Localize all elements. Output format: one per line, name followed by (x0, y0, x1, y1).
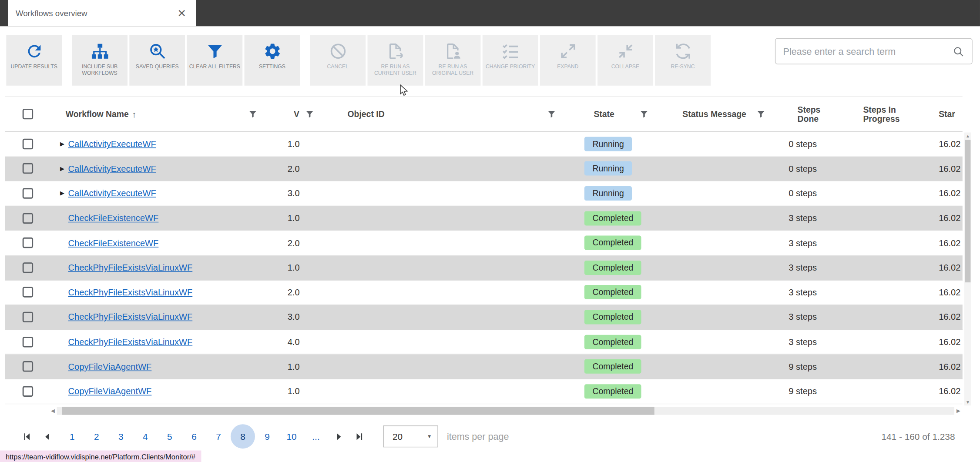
table-row[interactable]: ▶ CallActivityExecuteWF 3.0 Running 0 st… (5, 181, 962, 206)
page-button-...[interactable]: ... (304, 424, 328, 449)
row-checkbox[interactable] (23, 336, 33, 347)
page-button-3[interactable]: 3 (109, 424, 133, 449)
table-row[interactable]: ▶ CheckPhyFileExistsViaLinuxWF 4.0 Compl… (5, 330, 962, 355)
last-page-icon[interactable] (349, 426, 369, 447)
hierarchy-icon (91, 42, 109, 60)
workflow-name-link[interactable]: CopyFileViaAgentWF (68, 386, 152, 396)
row-checkbox[interactable] (23, 386, 33, 396)
row-checkbox[interactable] (23, 163, 33, 174)
horizontal-scrollbar[interactable]: ◀ ▶ (49, 406, 963, 415)
workflow-name-link[interactable]: CheckFileExistenceWF (68, 238, 159, 248)
toolbar-button-label: CHANGE PRIORITY (486, 63, 535, 70)
monitor-app: Workflows overview ✕ UPDATE RESULTSINCLU… (0, 0, 980, 462)
toolbar-button-label: RE RUN AS ORIGINAL USER (427, 63, 479, 77)
table-row[interactable]: ▶ CheckFileExistenceWF 1.0 Completed 3 s… (5, 206, 962, 231)
tab-close-icon[interactable]: ✕ (178, 8, 186, 18)
page-button-9[interactable]: 9 (255, 424, 279, 449)
items-per-page-select[interactable]: 20 ▼ (383, 425, 438, 447)
row-checkbox[interactable] (23, 287, 33, 298)
table-row[interactable]: ▶ CopyFileViaAgentWF 1.0 Completed 9 ste… (5, 355, 962, 379)
first-page-icon[interactable] (16, 426, 37, 447)
page-button-1[interactable]: 1 (60, 424, 84, 449)
state-badge: Completed (584, 359, 641, 374)
table-row[interactable]: ▶ CallActivityExecuteWF 2.0 Running 0 st… (5, 157, 962, 181)
filter-icon[interactable] (756, 109, 766, 119)
version-cell: 1.0 (275, 132, 347, 156)
status-message-cell (656, 330, 772, 354)
workflow-name-link[interactable]: CheckPhyFileExistsViaLinuxWF (68, 312, 193, 322)
previous-page-icon[interactable] (37, 426, 57, 447)
tab-workflows-overview[interactable]: Workflows overview ✕ (8, 0, 196, 26)
row-checkbox[interactable] (23, 188, 33, 198)
toolbar-button-update-results[interactable]: UPDATE RESULTS (6, 35, 62, 85)
row-checkbox[interactable] (23, 238, 33, 248)
col-header-steps-in-progress[interactable]: Steps In Progress (863, 105, 931, 124)
col-header-steps-done[interactable]: Steps Done (798, 105, 841, 124)
page-button-4[interactable]: 4 (133, 424, 158, 449)
sort-asc-icon[interactable]: ↑ (132, 109, 136, 119)
toolbar-button-cancel: CANCEL (310, 35, 366, 85)
toolbar-button-clear-all-filters[interactable]: CLEAR ALL FILTERS (187, 35, 242, 85)
table-row[interactable]: ▶ CheckFileExistenceWF 2.0 Completed 3 s… (5, 231, 962, 255)
page-button-2[interactable]: 2 (84, 424, 109, 449)
workflow-name-link[interactable]: CopyFileViaAgentWF (68, 362, 152, 372)
next-page-icon[interactable] (328, 426, 349, 447)
workflow-name-link[interactable]: CheckFileExistenceWF (68, 213, 159, 223)
toolbar-button-settings[interactable]: SETTINGS (245, 35, 300, 85)
horizontal-scroll-thumb[interactable] (62, 406, 654, 415)
workflow-name-link[interactable]: CallActivityExecuteWF (68, 139, 156, 149)
page-button-8[interactable]: 8 (231, 424, 255, 449)
started-cell: 16.02 (931, 305, 963, 329)
workflow-name-link[interactable]: CheckPhyFileExistsViaLinuxWF (68, 263, 193, 273)
select-all-checkbox[interactable] (23, 109, 33, 119)
col-header-state[interactable]: State (594, 109, 614, 119)
steps-in-progress-cell (841, 305, 931, 329)
workflow-name-link[interactable]: CheckPhyFileExistsViaLinuxWF (68, 287, 193, 297)
scroll-right-icon[interactable]: ▶ (954, 408, 963, 413)
table-row[interactable]: ▶ CheckPhyFileExistsViaLinuxWF 2.0 Compl… (5, 280, 962, 305)
status-message-cell (656, 355, 772, 378)
table-row[interactable]: ▶ CallActivityExecuteWF 1.0 Running 0 st… (5, 132, 962, 157)
row-checkbox[interactable] (23, 139, 33, 149)
expand-icon[interactable]: ▶ (60, 190, 68, 196)
page-button-10[interactable]: 10 (279, 424, 304, 449)
filter-icon[interactable] (639, 109, 649, 119)
table-row[interactable]: ▶ CopyFileViaAgentWF 1.0 Completed 9 ste… (5, 379, 962, 404)
scroll-up-icon[interactable]: ▲ (964, 132, 971, 139)
col-header-workflow-name[interactable]: Workflow Name (66, 109, 129, 119)
workflow-name-link[interactable]: CallActivityExecuteWF (68, 164, 156, 174)
filter-icon[interactable] (547, 109, 557, 119)
filter-icon[interactable] (305, 109, 315, 119)
tab-title: Workflows overview (16, 8, 87, 18)
search-icon[interactable] (953, 45, 964, 57)
scroll-left-icon[interactable]: ◀ (49, 408, 57, 413)
row-checkbox[interactable] (23, 262, 33, 273)
horizontal-scroll-track[interactable] (57, 406, 954, 415)
items-per-page-value: 20 (393, 432, 403, 442)
expand-icon[interactable]: ▶ (60, 165, 68, 171)
toolbar-button-saved-queries[interactable]: SAVED QUERIES (129, 35, 185, 85)
col-header-started[interactable]: Star (939, 109, 955, 119)
table-row[interactable]: ▶ CheckPhyFileExistsViaLinuxWF 3.0 Compl… (5, 305, 962, 330)
workflow-name-link[interactable]: CallActivityExecuteWF (68, 188, 156, 198)
page-button-5[interactable]: 5 (158, 424, 182, 449)
row-checkbox[interactable] (23, 361, 33, 372)
vertical-scroll-thumb[interactable] (965, 140, 970, 282)
toolbar-button-include-sub-workflows[interactable]: INCLUDE SUB WORKFLOWS (72, 35, 128, 85)
search-input[interactable] (783, 46, 953, 57)
status-message-cell (656, 379, 772, 403)
col-header-status-message[interactable]: Status Message (682, 109, 746, 119)
expand-icon[interactable]: ▶ (60, 141, 68, 147)
toolbar-button-label: INCLUDE SUB WORKFLOWS (74, 63, 125, 77)
table-row[interactable]: ▶ CheckPhyFileExistsViaLinuxWF 1.0 Compl… (5, 255, 962, 280)
vertical-scrollbar[interactable]: ▲ ▼ (964, 132, 971, 405)
scroll-down-icon[interactable]: ▼ (964, 398, 971, 405)
row-checkbox[interactable] (23, 213, 33, 223)
col-header-version[interactable]: V (294, 109, 299, 119)
row-checkbox[interactable] (23, 312, 33, 322)
page-button-6[interactable]: 6 (182, 424, 206, 449)
col-header-object-id[interactable]: Object ID (348, 109, 385, 119)
page-button-7[interactable]: 7 (206, 424, 231, 449)
filter-icon[interactable] (248, 109, 258, 119)
workflow-name-link[interactable]: CheckPhyFileExistsViaLinuxWF (68, 337, 193, 347)
